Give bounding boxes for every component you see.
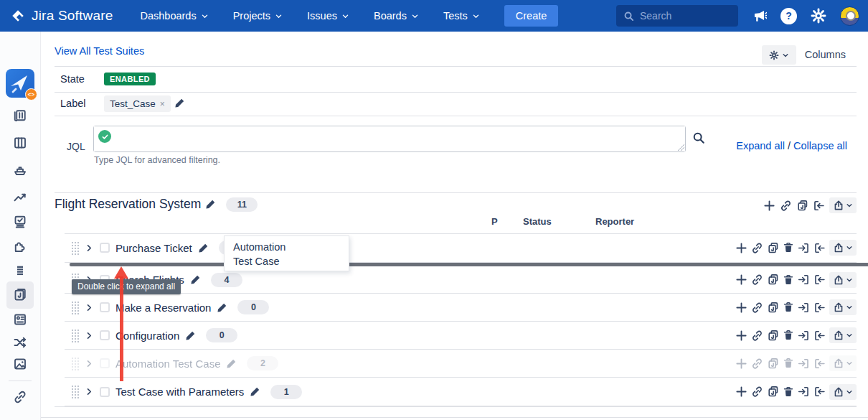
create-button[interactable]: Create bbox=[504, 5, 559, 27]
sidebar-item-link-icon[interactable] bbox=[13, 390, 27, 404]
drag-handle[interactable] bbox=[71, 385, 79, 398]
drag-handle[interactable] bbox=[71, 357, 79, 370]
add-icon[interactable] bbox=[735, 274, 747, 286]
move-in-icon[interactable] bbox=[798, 242, 810, 254]
export-button[interactable] bbox=[829, 272, 857, 288]
move-out-icon[interactable] bbox=[813, 386, 826, 398]
search-input[interactable] bbox=[640, 10, 726, 22]
clone-icon[interactable] bbox=[796, 200, 808, 212]
export-button[interactable] bbox=[829, 197, 857, 213]
feedback-megaphone-icon[interactable] bbox=[752, 9, 767, 24]
collapse-all-link[interactable]: Collapse all bbox=[793, 140, 847, 151]
move-out-icon[interactable] bbox=[813, 358, 826, 370]
textarea-resize-handle[interactable] bbox=[678, 144, 684, 151]
sidebar-item-releases-ship-icon[interactable] bbox=[13, 163, 27, 177]
row-title[interactable]: Automation Test Case bbox=[115, 358, 220, 370]
row-checkbox[interactable] bbox=[100, 330, 110, 340]
export-button[interactable] bbox=[829, 327, 857, 343]
drag-handle[interactable] bbox=[71, 241, 79, 255]
link-icon[interactable] bbox=[780, 200, 792, 212]
delete-trash-icon[interactable] bbox=[783, 302, 794, 313]
move-out-icon[interactable] bbox=[813, 242, 826, 254]
add-icon[interactable] bbox=[735, 242, 747, 254]
delete-trash-icon[interactable] bbox=[783, 358, 794, 369]
sidebar-item-media-image-icon[interactable] bbox=[13, 357, 27, 371]
clone-icon[interactable] bbox=[767, 330, 779, 342]
link-icon[interactable] bbox=[751, 358, 763, 370]
sidebar-item-shuffle-icon[interactable] bbox=[13, 335, 27, 350]
add-icon[interactable] bbox=[735, 330, 747, 342]
nav-projects[interactable]: Projects bbox=[233, 10, 283, 22]
move-out-icon[interactable] bbox=[813, 200, 825, 212]
nav-issues[interactable]: Issues bbox=[307, 10, 349, 22]
link-icon[interactable] bbox=[751, 242, 763, 254]
sidebar-item-stacked-boards-icon[interactable] bbox=[13, 108, 27, 123]
row-checkbox[interactable] bbox=[100, 358, 110, 368]
nav-boards[interactable]: Boards bbox=[374, 10, 419, 22]
sidebar-item-monitor-check-icon[interactable] bbox=[13, 215, 27, 229]
expand-all-link[interactable]: Expand all bbox=[736, 140, 785, 151]
user-avatar[interactable] bbox=[840, 6, 859, 26]
sidebar-item-puzzle-addon-icon[interactable] bbox=[13, 239, 27, 253]
edit-row-pencil-icon[interactable] bbox=[250, 386, 260, 397]
expand-chevron-right-icon[interactable] bbox=[85, 359, 94, 368]
drag-handle[interactable] bbox=[71, 301, 79, 314]
move-out-icon[interactable] bbox=[813, 330, 826, 342]
columns-settings-button[interactable] bbox=[762, 45, 796, 65]
clone-icon[interactable] bbox=[767, 274, 779, 286]
delete-trash-icon[interactable] bbox=[783, 386, 794, 398]
sidebar-item-board-columns-icon[interactable] bbox=[13, 136, 27, 150]
row-checkbox[interactable] bbox=[100, 387, 110, 397]
test-suite-title[interactable]: Flight Reservation System bbox=[55, 197, 201, 212]
link-icon[interactable] bbox=[751, 302, 763, 314]
move-in-icon[interactable] bbox=[798, 302, 810, 314]
global-search[interactable] bbox=[616, 5, 738, 27]
move-in-icon[interactable] bbox=[798, 386, 810, 398]
export-button[interactable] bbox=[829, 299, 857, 315]
row-checkbox[interactable] bbox=[100, 302, 110, 312]
sidebar-item-list-lines-icon[interactable] bbox=[14, 264, 27, 277]
edit-row-pencil-icon[interactable] bbox=[226, 358, 237, 369]
move-in-icon[interactable] bbox=[798, 358, 810, 370]
nav-dashboards[interactable]: Dashboards bbox=[140, 10, 208, 22]
edit-row-pencil-icon[interactable] bbox=[190, 274, 201, 285]
link-icon[interactable] bbox=[751, 386, 763, 398]
edit-row-pencil-icon[interactable] bbox=[185, 330, 196, 341]
add-icon[interactable] bbox=[763, 200, 775, 212]
row-checkbox[interactable] bbox=[100, 243, 110, 253]
move-out-icon[interactable] bbox=[813, 302, 826, 314]
add-icon[interactable] bbox=[735, 386, 747, 398]
help-icon[interactable]: ? bbox=[780, 8, 797, 24]
nav-tests[interactable]: Tests bbox=[443, 10, 480, 22]
jql-search-icon[interactable] bbox=[692, 131, 705, 144]
edit-row-pencil-icon[interactable] bbox=[198, 243, 209, 253]
add-icon[interactable] bbox=[735, 358, 747, 370]
expand-chevron-right-icon[interactable] bbox=[85, 331, 94, 340]
add-icon[interactable] bbox=[735, 302, 747, 314]
jira-logo[interactable]: Jira Software bbox=[10, 8, 113, 24]
expand-chevron-right-icon[interactable] bbox=[85, 243, 94, 253]
label-chip[interactable]: Test_Case × bbox=[104, 95, 171, 112]
expand-chevron-right-icon[interactable] bbox=[85, 387, 94, 396]
drag-handle[interactable] bbox=[71, 329, 79, 342]
view-all-test-suites-link[interactable]: View All Test Suites bbox=[55, 45, 144, 57]
link-icon[interactable] bbox=[751, 274, 763, 286]
row-title[interactable]: Configuration bbox=[115, 330, 179, 342]
remove-label-icon[interactable]: × bbox=[160, 99, 165, 109]
clone-icon[interactable] bbox=[767, 302, 779, 314]
sidebar-item-contact-card-icon[interactable] bbox=[13, 312, 27, 327]
row-title[interactable]: Purchase Ticket bbox=[115, 242, 192, 254]
row-title[interactable]: Make a Reservation bbox=[115, 302, 211, 314]
delete-trash-icon[interactable] bbox=[783, 330, 794, 341]
export-button[interactable] bbox=[829, 384, 857, 400]
sidebar-item-reports-chart-icon[interactable] bbox=[13, 190, 27, 205]
expand-chevron-right-icon[interactable] bbox=[85, 303, 94, 312]
jql-input[interactable] bbox=[94, 126, 685, 151]
sidebar-item-test-suites-icon[interactable] bbox=[6, 281, 34, 309]
project-avatar[interactable]: <> bbox=[6, 69, 34, 98]
clone-icon[interactable] bbox=[767, 386, 779, 398]
move-out-icon[interactable] bbox=[813, 274, 826, 286]
move-in-icon[interactable] bbox=[798, 330, 810, 342]
delete-trash-icon[interactable] bbox=[783, 274, 794, 286]
export-button[interactable] bbox=[829, 240, 857, 256]
